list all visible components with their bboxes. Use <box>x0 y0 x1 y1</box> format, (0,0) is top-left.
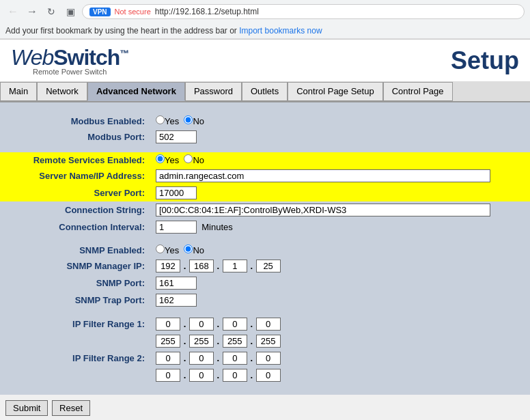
snmp-ip-2[interactable] <box>189 260 214 272</box>
logo-web: Web <box>11 45 53 70</box>
connection-interval-value: Minutes <box>150 219 530 236</box>
not-secure-label: Not secure <box>115 8 151 16</box>
connection-interval-input[interactable] <box>156 221 197 234</box>
logo-switch: Switch <box>53 45 120 70</box>
snmp-ip-3[interactable] <box>223 260 247 272</box>
snmp-enabled-value: Yes No <box>150 242 530 257</box>
content-area: Modbus Enabled: Yes No Modbus Port: <box>0 102 530 395</box>
snmp-ip-1[interactable] <box>156 260 180 272</box>
ip-f2-to-4[interactable] <box>256 369 281 382</box>
ip-sep: . <box>184 319 186 329</box>
server-name-input[interactable] <box>156 169 490 182</box>
tab-advanced-network[interactable]: Advanced Network <box>87 82 185 101</box>
ip-sep1: . <box>184 261 186 271</box>
snmp-trap-port-input[interactable] <box>156 294 197 307</box>
snmp-port-value <box>150 275 530 292</box>
forward-button[interactable]: → <box>25 4 40 19</box>
ip-filter2-label: IP Filter Range 2: <box>0 350 150 367</box>
ip-f1-from-2[interactable] <box>189 318 214 331</box>
snmp-yes-label: Yes <box>156 245 179 255</box>
snmp-enabled-row: SNMP Enabled: Yes No <box>0 242 530 257</box>
ip-f2-to-2[interactable] <box>189 369 214 382</box>
snmp-manager-ip-label: SNMP Manager IP: <box>0 257 150 275</box>
import-bookmarks-link[interactable]: Import bookmarks now <box>239 26 322 36</box>
spacer1 <box>0 145 530 152</box>
remote-services-value: Yes No <box>150 152 530 167</box>
modbus-port-value <box>150 128 530 145</box>
snmp-no-label: No <box>184 245 204 255</box>
ip-filter1-label: IP Filter Range 1: <box>0 316 150 333</box>
ip-f1-to-1[interactable] <box>156 335 180 348</box>
ip-filter1-to-row: . . . <box>0 333 530 350</box>
logo-tm: ™ <box>120 48 128 59</box>
remote-services-row: Remote Services Enabled: Yes No <box>0 152 530 167</box>
snmp-no-radio[interactable] <box>184 244 193 253</box>
modbus-yes-label: Yes <box>156 116 179 126</box>
modbus-no-radio[interactable] <box>184 115 193 124</box>
server-port-input[interactable] <box>156 186 197 199</box>
snmp-port-label: SNMP Port: <box>0 275 150 292</box>
ip-sep2: . <box>217 261 220 271</box>
modbus-yes-radio[interactable] <box>156 115 165 124</box>
connection-interval-row: Connection Interval: Minutes <box>0 219 530 236</box>
ip-f2-from-4[interactable] <box>256 352 281 365</box>
ip-sep: . <box>217 353 220 363</box>
ip-f1-to-4[interactable] <box>256 335 281 348</box>
spacer2 <box>0 236 530 242</box>
address-bar[interactable]: VPN Not secure http://192.168.1.2/setup.… <box>82 4 525 19</box>
snmp-port-row: SNMP Port: <box>0 275 530 292</box>
logo: WebSwitch™ <box>11 45 128 70</box>
connection-interval-unit: Minutes <box>201 222 233 232</box>
remote-no-label: No <box>184 155 204 165</box>
remote-yes-radio[interactable] <box>156 154 165 163</box>
submit-button[interactable]: Submit <box>5 400 48 416</box>
tab-control-page-setup[interactable]: Control Page Setup <box>288 82 382 101</box>
reset-button[interactable]: Reset <box>52 400 90 416</box>
ip-f2-from-2[interactable] <box>189 352 214 365</box>
ip-filter1-from-row: IP Filter Range 1: . . . <box>0 316 530 333</box>
snmp-ip-4[interactable] <box>256 260 281 272</box>
tab-network[interactable]: Network <box>37 82 87 101</box>
nav-tabs: Main Network Advanced Network Password O… <box>0 82 530 102</box>
snmp-trap-port-row: SNMP Trap Port: <box>0 292 530 309</box>
remote-no-radio[interactable] <box>184 154 193 163</box>
tab-control-page[interactable]: Control Page <box>383 82 453 101</box>
ip-filter2-to-row: . . . <box>0 367 530 384</box>
remote-services-label: Remote Services Enabled: <box>0 152 150 167</box>
connection-string-input[interactable] <box>156 204 490 216</box>
ip-f2-to-3[interactable] <box>223 369 247 382</box>
remote-yes-label: Yes <box>156 155 179 165</box>
logo-area: WebSwitch™ Remote Power Switch <box>11 45 128 76</box>
tab-outlets[interactable]: Outlets <box>242 82 288 101</box>
ip-f1-from-1[interactable] <box>156 318 180 331</box>
snmp-trap-port-value <box>150 292 530 309</box>
site-header: WebSwitch™ Remote Power Switch Setup <box>0 40 530 82</box>
ip-f1-to-2[interactable] <box>189 335 214 348</box>
ip-sep: . <box>217 370 220 380</box>
server-name-row: Server Name/IP Address: <box>0 167 530 184</box>
tabs-button[interactable]: ▣ <box>63 4 78 19</box>
tab-password[interactable]: Password <box>185 82 242 101</box>
ip-f2-to-1[interactable] <box>156 369 180 382</box>
tab-main[interactable]: Main <box>0 82 37 101</box>
ip-f2-from-3[interactable] <box>223 352 247 365</box>
snmp-enabled-label: SNMP Enabled: <box>0 242 150 257</box>
ip-f1-to-3[interactable] <box>223 335 247 348</box>
connection-string-row: Connection String: <box>0 201 530 219</box>
back-button[interactable]: ← <box>5 4 20 19</box>
ip-f1-from-4[interactable] <box>256 318 281 331</box>
connection-string-value <box>150 201 530 219</box>
reload-button[interactable]: ↻ <box>44 4 59 19</box>
ip-sep: . <box>184 370 186 380</box>
ip-f2-from-1[interactable] <box>156 352 180 365</box>
ip-f1-from-3[interactable] <box>223 318 247 331</box>
address-text: http://192.168.1.2/setup.html <box>155 7 517 16</box>
ip-sep: . <box>184 336 186 346</box>
page-wrapper: WebSwitch™ Remote Power Switch Setup Mai… <box>0 40 530 420</box>
snmp-yes-radio[interactable] <box>156 244 165 253</box>
modbus-enabled-label: Modbus Enabled: <box>0 113 150 128</box>
modbus-port-input[interactable] <box>156 130 197 143</box>
bookmark-bar: Add your first bookmark by using the hea… <box>0 23 530 39</box>
snmp-port-input[interactable] <box>156 277 197 290</box>
modbus-enabled-value: Yes No <box>150 113 530 128</box>
